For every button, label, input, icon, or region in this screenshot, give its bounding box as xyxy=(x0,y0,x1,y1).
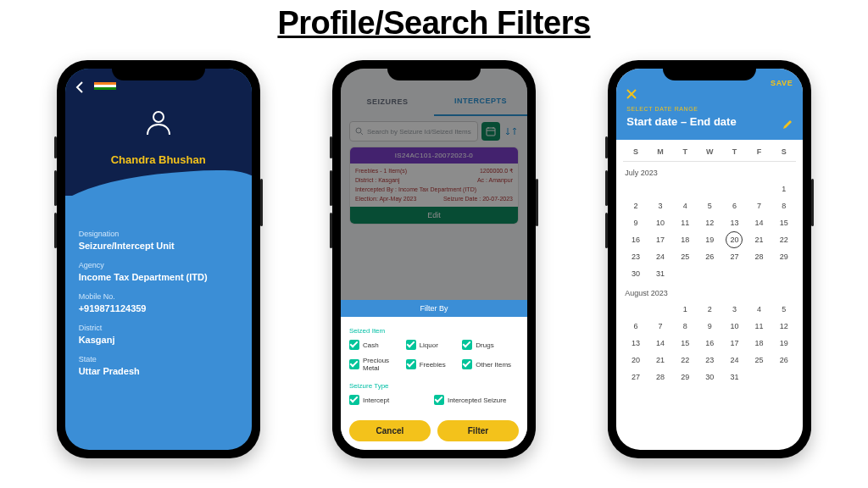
calendar-day[interactable]: 9 xyxy=(698,318,722,335)
calendar-day[interactable]: 25 xyxy=(747,352,771,369)
filter-checkbox[interactable]: Precious Metal xyxy=(349,357,406,372)
calendar-day[interactable]: 29 xyxy=(771,248,796,265)
calendar-day[interactable]: 11 xyxy=(747,318,771,335)
calendar-day[interactable]: 2 xyxy=(623,197,648,214)
svg-rect-2 xyxy=(94,87,116,90)
filter-checkbox[interactable]: Freebies xyxy=(406,357,463,372)
checkmark-icon xyxy=(434,395,444,405)
calendar-day[interactable]: 20 xyxy=(722,231,747,248)
calendar-day[interactable]: 29 xyxy=(673,369,698,385)
calendar-day[interactable]: 17 xyxy=(648,231,672,248)
back-icon[interactable] xyxy=(74,80,87,94)
calendar-day[interactable]: 27 xyxy=(722,248,747,265)
calendar-day[interactable]: 13 xyxy=(722,214,747,231)
profile-field: DesignationSeizure/Intercept Unit xyxy=(79,230,238,251)
calendar-day[interactable]: 3 xyxy=(648,197,672,214)
calendar-day[interactable]: 24 xyxy=(648,248,672,265)
filter-checkbox[interactable]: Cash xyxy=(349,340,406,350)
calendar-day[interactable]: 8 xyxy=(673,318,698,335)
calendar-day[interactable]: 22 xyxy=(771,231,796,248)
calendar-day[interactable]: 21 xyxy=(747,231,771,248)
calendar-day[interactable]: 25 xyxy=(673,248,698,265)
calendar-day[interactable]: 10 xyxy=(648,214,672,231)
calendar-day[interactable]: 4 xyxy=(747,301,771,318)
select-date-range-label: SELECT DATE RANGE xyxy=(626,106,793,112)
checkmark-icon xyxy=(462,359,472,369)
filter-checkbox[interactable]: Other Items xyxy=(462,357,519,372)
calendar-day[interactable]: 22 xyxy=(673,352,698,369)
phone-filter: SEIZURES INTERCEPTS Search by Seizure Id… xyxy=(332,60,536,458)
calendar-day[interactable]: 11 xyxy=(673,214,698,231)
calendar-day[interactable]: 7 xyxy=(648,318,672,335)
calendar-day[interactable]: 12 xyxy=(771,318,796,335)
day-of-week-header: T xyxy=(673,147,698,156)
calendar-day[interactable]: 18 xyxy=(747,335,771,352)
filter-checkbox[interactable]: Liquor xyxy=(406,340,463,350)
calendar-day[interactable]: 18 xyxy=(673,231,698,248)
calendar-day[interactable]: 6 xyxy=(623,318,648,335)
month-label-august: August 2023 xyxy=(625,289,794,297)
calendar-day[interactable]: 15 xyxy=(771,214,796,231)
calendar-day[interactable]: 30 xyxy=(698,369,722,385)
svg-point-3 xyxy=(153,112,164,122)
calendar-day[interactable]: 15 xyxy=(673,335,698,352)
profile-field-value: +919871124359 xyxy=(79,303,238,313)
calendar-day[interactable]: 19 xyxy=(698,231,722,248)
calendar-day[interactable]: 26 xyxy=(771,352,796,369)
calendar-day[interactable]: 28 xyxy=(747,248,771,265)
profile-field: DistrictKasganj xyxy=(79,324,238,345)
calendar-day[interactable]: 6 xyxy=(722,197,747,214)
calendar-day[interactable]: 23 xyxy=(698,352,722,369)
calendar-day[interactable]: 1 xyxy=(771,180,796,197)
pencil-icon[interactable] xyxy=(782,119,793,130)
checkmark-icon xyxy=(406,340,416,350)
calendar-day[interactable]: 30 xyxy=(623,265,648,282)
profile-field: StateUttar Pradesh xyxy=(79,355,238,376)
calendar-day[interactable]: 9 xyxy=(623,214,648,231)
filter-checkbox-label: Cash xyxy=(363,341,379,349)
filter-checkbox[interactable]: Drugs xyxy=(462,340,519,350)
calendar-day[interactable]: 26 xyxy=(698,248,722,265)
checkmark-icon xyxy=(349,340,359,350)
calendar-day[interactable]: 24 xyxy=(722,352,747,369)
calendar-day[interactable]: 8 xyxy=(771,197,796,214)
calendar-day[interactable]: 27 xyxy=(623,369,648,385)
calendar-day[interactable]: 21 xyxy=(648,352,672,369)
filter-bottom-sheet: Filter By Seized Item CashLiquorDrugsPre… xyxy=(341,300,527,450)
calendar-day[interactable]: 2 xyxy=(698,301,722,318)
profile-field-label: Agency xyxy=(79,261,238,269)
page-title: Profile/Search Filters xyxy=(0,5,868,42)
calendar-day[interactable]: 31 xyxy=(722,369,747,385)
calendar-day[interactable]: 14 xyxy=(747,214,771,231)
calendar-day[interactable]: 12 xyxy=(698,214,722,231)
calendar-day[interactable]: 13 xyxy=(623,335,648,352)
calendar-day[interactable]: 1 xyxy=(673,301,698,318)
profile-name: Chandra Bhushan xyxy=(65,153,252,166)
calendar-day[interactable]: 3 xyxy=(722,301,747,318)
calendar-day[interactable]: 28 xyxy=(648,369,672,385)
day-of-week-header: S xyxy=(623,147,648,156)
calendar-day[interactable]: 5 xyxy=(771,301,796,318)
calendar-day[interactable]: 16 xyxy=(698,335,722,352)
calendar-day[interactable]: 5 xyxy=(698,197,722,214)
day-of-week-header: F xyxy=(747,147,771,156)
checkmark-icon xyxy=(406,359,416,369)
calendar-day[interactable]: 7 xyxy=(747,197,771,214)
calendar-day[interactable]: 10 xyxy=(722,318,747,335)
calendar-day[interactable]: 16 xyxy=(623,231,648,248)
filter-checkbox[interactable]: Intercepted Seizure xyxy=(434,395,519,405)
close-icon[interactable] xyxy=(626,89,793,99)
filter-checkbox-label: Intercept xyxy=(363,396,389,404)
calendar-day[interactable]: 31 xyxy=(648,265,672,282)
calendar-day[interactable]: 14 xyxy=(648,335,672,352)
calendar-day[interactable]: 19 xyxy=(771,335,796,352)
cancel-button[interactable]: Cancel xyxy=(349,420,431,441)
profile-field-label: Designation xyxy=(79,230,238,238)
save-button[interactable]: SAVE xyxy=(771,79,793,87)
filter-button[interactable]: Filter xyxy=(437,420,519,441)
filter-checkbox[interactable]: Intercept xyxy=(349,395,434,405)
calendar-day[interactable]: 23 xyxy=(623,248,648,265)
calendar-day[interactable]: 17 xyxy=(722,335,747,352)
calendar-day[interactable]: 4 xyxy=(673,197,698,214)
calendar-day[interactable]: 20 xyxy=(623,352,648,369)
